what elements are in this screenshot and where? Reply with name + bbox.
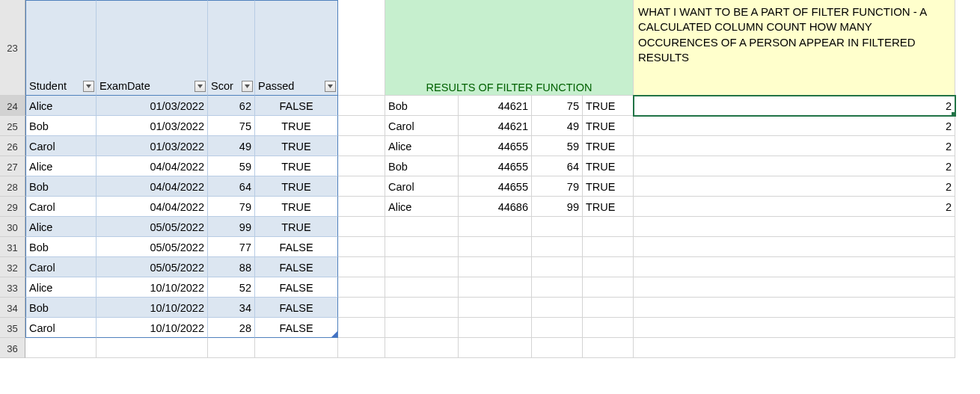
cell-student[interactable]: Carol bbox=[25, 197, 97, 217]
empty-cell[interactable] bbox=[25, 338, 97, 358]
cell-examdate[interactable]: 10/10/2022 bbox=[97, 298, 208, 318]
empty-cell[interactable] bbox=[385, 277, 459, 298]
filter-results-title[interactable]: RESULTS OF FILTER FUNCTION bbox=[385, 0, 634, 96]
cell-passed[interactable]: FALSE bbox=[255, 318, 338, 338]
cell-passed[interactable]: FALSE bbox=[255, 237, 338, 257]
cell-student[interactable]: Bob bbox=[25, 298, 97, 318]
note-cell[interactable]: WHAT I WANT TO BE A PART OF FILTER FUNCT… bbox=[634, 0, 955, 96]
empty-cell[interactable] bbox=[634, 237, 955, 257]
filter-passed[interactable]: TRUE bbox=[583, 176, 634, 197]
row-header[interactable]: 31 bbox=[0, 237, 25, 257]
empty-cell[interactable] bbox=[385, 338, 459, 358]
cell-examdate[interactable]: 05/05/2022 bbox=[97, 217, 208, 237]
cell-passed[interactable]: TRUE bbox=[255, 197, 338, 217]
empty-cell[interactable] bbox=[338, 338, 385, 358]
empty-cell[interactable] bbox=[208, 338, 255, 358]
filter-dropdown-icon[interactable] bbox=[325, 81, 336, 92]
filter-passed[interactable]: TRUE bbox=[583, 96, 634, 116]
table-header[interactable]: Passed bbox=[255, 0, 338, 96]
empty-cell[interactable] bbox=[459, 257, 532, 277]
cell-student[interactable]: Alice bbox=[25, 217, 97, 237]
filter-student[interactable]: Alice bbox=[385, 136, 459, 156]
empty-cell[interactable] bbox=[338, 237, 385, 257]
cell-student[interactable]: Carol bbox=[25, 257, 97, 277]
filter-passed[interactable]: TRUE bbox=[583, 156, 634, 176]
cell-student[interactable]: Alice bbox=[25, 277, 97, 298]
empty-cell[interactable] bbox=[338, 96, 385, 116]
cell-score[interactable]: 79 bbox=[208, 197, 255, 217]
cell-student[interactable]: Bob bbox=[25, 116, 97, 136]
empty-cell[interactable] bbox=[338, 257, 385, 277]
cell-examdate[interactable]: 04/04/2022 bbox=[97, 176, 208, 197]
empty-cell[interactable] bbox=[634, 338, 955, 358]
row-header[interactable]: 30 bbox=[0, 217, 25, 237]
row-header[interactable]: 35 bbox=[0, 318, 25, 338]
filter-serial[interactable]: 44621 bbox=[459, 116, 532, 136]
table-header[interactable]: Student bbox=[25, 0, 97, 96]
cell-score[interactable]: 34 bbox=[208, 298, 255, 318]
count-cell[interactable]: 2 bbox=[634, 197, 955, 217]
cell-passed[interactable]: FALSE bbox=[255, 96, 338, 116]
cell-score[interactable]: 28 bbox=[208, 318, 255, 338]
cell-passed[interactable]: TRUE bbox=[255, 217, 338, 237]
cell-score[interactable]: 88 bbox=[208, 257, 255, 277]
empty-cell[interactable] bbox=[634, 257, 955, 277]
empty-cell[interactable] bbox=[583, 338, 634, 358]
empty-cell[interactable] bbox=[583, 257, 634, 277]
cell-examdate[interactable]: 05/05/2022 bbox=[97, 257, 208, 277]
empty-cell[interactable] bbox=[583, 237, 634, 257]
filter-dropdown-icon[interactable] bbox=[83, 81, 94, 92]
empty-cell[interactable] bbox=[459, 217, 532, 237]
row-header[interactable]: 27 bbox=[0, 156, 25, 176]
empty-cell[interactable] bbox=[459, 298, 532, 318]
filter-student[interactable]: Alice bbox=[385, 197, 459, 217]
empty-cell[interactable] bbox=[338, 176, 385, 197]
empty-cell[interactable] bbox=[385, 257, 459, 277]
cell-score[interactable]: 62 bbox=[208, 96, 255, 116]
cell-student[interactable]: Carol bbox=[25, 318, 97, 338]
cell-passed[interactable]: TRUE bbox=[255, 156, 338, 176]
filter-dropdown-icon[interactable] bbox=[195, 81, 206, 92]
empty-cell[interactable] bbox=[459, 277, 532, 298]
cell-passed[interactable]: TRUE bbox=[255, 136, 338, 156]
count-cell[interactable]: 2 bbox=[634, 116, 955, 136]
cell-examdate[interactable]: 10/10/2022 bbox=[97, 318, 208, 338]
filter-score[interactable]: 64 bbox=[532, 156, 583, 176]
table-header[interactable]: ExamDate bbox=[97, 0, 208, 96]
count-cell[interactable]: 2 bbox=[634, 156, 955, 176]
filter-student[interactable]: Carol bbox=[385, 116, 459, 136]
row-header[interactable]: 36 bbox=[0, 338, 25, 358]
empty-cell[interactable] bbox=[338, 197, 385, 217]
empty-cell[interactable] bbox=[338, 217, 385, 237]
empty-cell[interactable] bbox=[338, 116, 385, 136]
filter-passed[interactable]: TRUE bbox=[583, 136, 634, 156]
cell-passed[interactable]: FALSE bbox=[255, 277, 338, 298]
cell-student[interactable]: Alice bbox=[25, 156, 97, 176]
cell-examdate[interactable]: 05/05/2022 bbox=[97, 237, 208, 257]
cell-score[interactable]: 77 bbox=[208, 237, 255, 257]
filter-score[interactable]: 49 bbox=[532, 116, 583, 136]
cell-passed[interactable]: FALSE bbox=[255, 298, 338, 318]
count-cell[interactable]: 2 bbox=[634, 136, 955, 156]
cell-student[interactable]: Bob bbox=[25, 237, 97, 257]
empty-cell[interactable] bbox=[634, 298, 955, 318]
filter-serial[interactable]: 44686 bbox=[459, 197, 532, 217]
row-header[interactable]: 25 bbox=[0, 116, 25, 136]
empty-cell[interactable] bbox=[583, 277, 634, 298]
cell-score[interactable]: 59 bbox=[208, 156, 255, 176]
cell-score[interactable]: 49 bbox=[208, 136, 255, 156]
filter-score[interactable]: 79 bbox=[532, 176, 583, 197]
empty-cell[interactable] bbox=[385, 237, 459, 257]
cell-examdate[interactable]: 10/10/2022 bbox=[97, 277, 208, 298]
empty-cell[interactable] bbox=[532, 298, 583, 318]
empty-cell[interactable] bbox=[532, 217, 583, 237]
empty-cell[interactable] bbox=[385, 318, 459, 338]
empty-cell[interactable] bbox=[338, 0, 385, 96]
empty-cell[interactable] bbox=[338, 318, 385, 338]
row-header[interactable]: 28 bbox=[0, 176, 25, 197]
empty-cell[interactable] bbox=[583, 318, 634, 338]
empty-cell[interactable] bbox=[583, 298, 634, 318]
empty-cell[interactable] bbox=[385, 217, 459, 237]
filter-serial[interactable]: 44621 bbox=[459, 96, 532, 116]
cell-score[interactable]: 99 bbox=[208, 217, 255, 237]
